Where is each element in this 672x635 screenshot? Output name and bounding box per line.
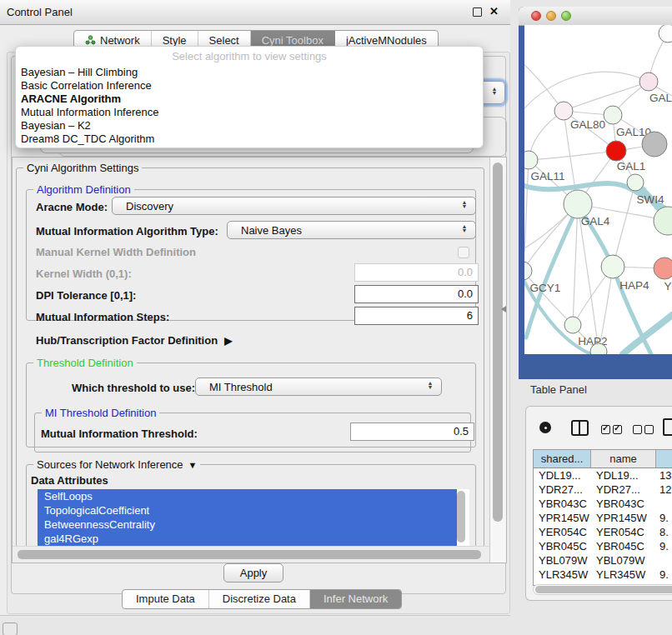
mi-steps-field[interactable]: 6 bbox=[354, 307, 479, 325]
network-node-gal10[interactable] bbox=[604, 106, 622, 124]
table-row[interactable]: YDL19...YDL19...13 bbox=[534, 468, 672, 482]
network-node[interactable] bbox=[642, 132, 667, 157]
attribute-item-betweennesscentrality[interactable]: BetweennessCentrality bbox=[38, 518, 457, 532]
apply-button[interactable]: Apply bbox=[223, 563, 283, 582]
which-threshold-combo[interactable]: MI Threshold bbox=[195, 378, 442, 396]
aracne-mode-combo[interactable]: Discovery bbox=[112, 197, 476, 215]
table-panel-title: Table Panel bbox=[530, 383, 587, 396]
expand-right-icon bbox=[224, 335, 232, 347]
network-view-window: GALGAL80GAL10GAL1GAL11SWI4GAL4GCY1HAP4YH… bbox=[519, 7, 672, 379]
attribute-item-topologicalcoefficient[interactable]: TopologicalCoefficient bbox=[38, 503, 457, 518]
mi-threshold-field[interactable]: 0.5 bbox=[350, 422, 474, 441]
table-row[interactable]: YLR345WYLR345W9. bbox=[534, 568, 672, 582]
dpi-tolerance-field[interactable]: 0.0 bbox=[354, 285, 479, 303]
node-label: Y bbox=[664, 280, 671, 292]
table-row[interactable]: YER054CYER054C8. bbox=[534, 525, 672, 539]
algorithm-option-basic-correlation-inference[interactable]: Basic Correlation Inference bbox=[16, 79, 483, 92]
vertical-scrollbar[interactable] bbox=[489, 158, 506, 562]
algorithm-option-bayesian-hill-climbing[interactable]: Bayesian – Hill Climbing bbox=[16, 66, 483, 79]
collapse-down-icon bbox=[188, 460, 198, 470]
list-scrollbar[interactable] bbox=[457, 491, 465, 542]
column-header-2[interactable] bbox=[656, 450, 672, 468]
network-node-gal1[interactable] bbox=[606, 141, 626, 161]
table-cell: YER054C bbox=[591, 525, 656, 539]
network-node-swi4[interactable] bbox=[627, 174, 644, 191]
node-label: GAL4 bbox=[581, 215, 610, 228]
table-horizontal-scrollbar[interactable] bbox=[533, 584, 672, 595]
network-edge bbox=[573, 204, 578, 325]
table-header: shared...name bbox=[534, 450, 672, 468]
table-cell: YDL19... bbox=[591, 468, 656, 482]
algorithm-option-aracne-algorithm[interactable]: ARACNE Algorithm bbox=[16, 92, 483, 106]
close-window-icon[interactable] bbox=[531, 11, 541, 21]
unchecked-checkbox-icon[interactable] bbox=[633, 425, 642, 434]
scrollbar-thumb[interactable] bbox=[535, 586, 672, 593]
table-row[interactable]: YBL079WYBL079W bbox=[534, 553, 672, 568]
scrollbar-thumb[interactable] bbox=[18, 550, 481, 559]
docked-widget-icon[interactable] bbox=[3, 622, 18, 635]
network-node[interactable] bbox=[654, 207, 672, 235]
kernel-width-field: 0.0 bbox=[354, 263, 479, 282]
network-node-hap2[interactable] bbox=[564, 317, 581, 333]
table-row[interactable]: YDR27...YDR27...12 bbox=[534, 482, 672, 497]
network-edge bbox=[524, 160, 529, 252]
popup-placeholder: Select algorithm to view settings bbox=[16, 50, 483, 62]
scrollbar-thumb[interactable] bbox=[493, 162, 503, 522]
sources-title: Sources for Network Inference bbox=[37, 458, 183, 471]
network-node-gal80[interactable] bbox=[554, 102, 573, 120]
network-node-y[interactable] bbox=[654, 258, 672, 279]
algorithm-option-dream8-dc-tdc-algorithm[interactable]: Dream8 DC_TDC Algorithm bbox=[16, 132, 483, 146]
column-header-shared[interactable]: shared... bbox=[534, 450, 591, 468]
table-cell: YDR27... bbox=[534, 482, 591, 497]
table-row[interactable]: YBR043CYBR043C bbox=[534, 497, 672, 511]
algorithm-option-mutual-information-inference[interactable]: Mutual Information Inference bbox=[16, 106, 483, 119]
tab-discretize-data[interactable]: Discretize Data bbox=[209, 590, 310, 608]
horizontal-scrollbar[interactable] bbox=[13, 546, 489, 563]
algorithm-option-bayesian-k2[interactable]: Bayesian – K2 bbox=[16, 119, 483, 132]
attribute-item-gal4rgexp[interactable]: gal4RGexp bbox=[38, 532, 457, 546]
split-columns-icon[interactable] bbox=[571, 420, 589, 436]
table-cell: 8. bbox=[656, 525, 672, 539]
table-cell: YLR345W bbox=[591, 568, 656, 582]
data-attributes-list: SelfLoopsTopologicalCoefficientBetweenne… bbox=[38, 489, 469, 546]
network-node-gal4[interactable] bbox=[564, 190, 592, 218]
table-row[interactable]: YBR045CYBR045C9. bbox=[534, 539, 672, 553]
column-header-name[interactable]: name bbox=[591, 450, 656, 468]
control-panel: Control Panel NetworkStyleSelectCyni Too… bbox=[0, 0, 510, 616]
table-cell: YBL079W bbox=[591, 553, 656, 568]
manual-kernel-checkbox[interactable] bbox=[458, 247, 469, 258]
attribute-item-selfloops[interactable]: SelfLoops bbox=[38, 489, 457, 503]
network-node-gal[interactable] bbox=[639, 72, 658, 91]
mi-threshold-label: Mutual Information Threshold: bbox=[41, 428, 198, 440]
table-cell: YDL19... bbox=[534, 468, 591, 482]
tab-infer-network[interactable]: Infer Network bbox=[310, 590, 401, 608]
combo-arrows-icon bbox=[460, 224, 469, 232]
network-icon bbox=[85, 35, 96, 45]
tab-label: Network bbox=[100, 34, 140, 47]
checked-checkbox-icon[interactable] bbox=[601, 425, 610, 434]
network-node-gcy1[interactable] bbox=[524, 262, 532, 280]
node-label: HAP4 bbox=[619, 279, 649, 292]
table-row[interactable]: YPR145WYPR145W9. bbox=[534, 511, 672, 525]
checked-checkbox-icon[interactable] bbox=[613, 425, 622, 434]
close-icon[interactable] bbox=[489, 5, 501, 18]
sources-toggle[interactable]: Sources for Network Inference bbox=[33, 458, 200, 471]
hub-definition-toggle[interactable]: Hub/Transcription Factor Definition bbox=[36, 334, 232, 347]
document-icon[interactable] bbox=[663, 418, 672, 436]
network-canvas[interactable]: GALGAL80GAL10GAL1GAL11SWI4GAL4GCY1HAP4YH… bbox=[524, 25, 672, 354]
algorithm-dropdown-popup: Select algorithm to view settings Bayesi… bbox=[15, 46, 484, 148]
network-node-hap4[interactable] bbox=[601, 255, 624, 278]
network-graph: GALGAL80GAL10GAL1GAL11SWI4GAL4GCY1HAP4YH… bbox=[524, 25, 672, 354]
network-node[interactable] bbox=[659, 25, 672, 42]
combo-arrows-icon bbox=[426, 381, 434, 389]
hub-definition-label: Hub/Transcription Factor Definition bbox=[36, 334, 218, 347]
zoom-window-icon[interactable] bbox=[561, 11, 571, 21]
minimize-window-icon[interactable] bbox=[546, 11, 556, 21]
float-panel-icon[interactable] bbox=[473, 8, 482, 17]
mi-algorithm-type-combo[interactable]: Naive Bayes bbox=[227, 221, 476, 239]
gear-icon[interactable] bbox=[539, 422, 551, 433]
combo-value: Naive Bayes bbox=[241, 224, 302, 237]
unchecked-checkbox-icon[interactable] bbox=[644, 425, 654, 434]
tab-impute-data[interactable]: Impute Data bbox=[123, 590, 209, 608]
combo-value: MI Threshold bbox=[209, 381, 273, 393]
